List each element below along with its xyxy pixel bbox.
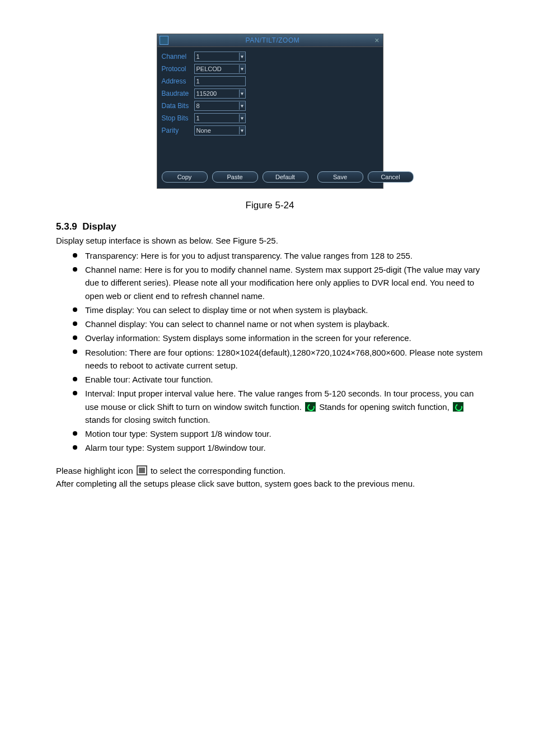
row-parity: Parity None ▼ (162, 125, 378, 136)
list-item: Interval: Input proper interval value he… (73, 387, 484, 426)
databits-select[interactable]: 8 ▼ (194, 101, 246, 111)
list-item: Channel display: You can select to chann… (73, 318, 484, 330)
row-protocol: Protocol PELCOD ▼ (162, 64, 378, 74)
row-stopbits: Stop Bits 1 ▼ (162, 113, 378, 123)
row-channel: Channel 1 ▼ (162, 52, 378, 62)
chevron-down-icon: ▼ (239, 90, 245, 97)
list-item: Overlay information: System displays som… (73, 332, 484, 344)
label-databits: Data Bits (162, 102, 194, 110)
label-channel: Channel (162, 53, 194, 60)
row-address: Address 1 (162, 76, 378, 86)
dialog-title: PAN/TILT/ZOOM (172, 36, 374, 44)
protocol-select[interactable]: PELCOD ▼ (194, 64, 246, 74)
baudrate-value: 115200 (196, 90, 217, 97)
list-item: Time display: You can select to display … (73, 304, 484, 316)
row-databits: Data Bits 8 ▼ (162, 101, 378, 111)
tail-para-2: After completing all the setups please c… (56, 478, 484, 490)
cancel-button[interactable]: Cancel (368, 171, 414, 183)
section-title: Display (82, 221, 116, 232)
section-number: 5.3.9 (56, 221, 77, 232)
switch-open-icon (305, 402, 316, 412)
tail-text: to select the corresponding function. (151, 466, 285, 475)
tail-para-1: Please highlight icon to select the corr… (56, 465, 484, 477)
list-item: Enable tour: Activate tour function. (73, 373, 484, 386)
address-value: 1 (196, 78, 200, 85)
chevron-down-icon: ▼ (239, 53, 245, 60)
label-address: Address (162, 77, 194, 85)
bullet-list: Transparency: Here is for you to adjust … (56, 249, 484, 455)
list-text: stands for closing switch function. (85, 415, 210, 424)
chevron-down-icon: ▼ (239, 114, 245, 122)
figure-caption: Figure 5-24 (56, 200, 484, 211)
dialog-titlebar: PAN/TILT/ZOOM × (157, 34, 383, 47)
list-text: Stands for opening switch function, (319, 402, 452, 412)
chevron-down-icon: ▼ (239, 127, 245, 134)
default-button[interactable]: Default (263, 171, 308, 183)
close-icon[interactable]: × (373, 36, 380, 45)
dialog-icon (160, 36, 168, 45)
chevron-down-icon: ▼ (239, 65, 245, 73)
chevron-down-icon: ▼ (239, 102, 245, 110)
label-stopbits: Stop Bits (162, 114, 194, 122)
tail-text: Please highlight icon (56, 466, 135, 475)
dialog-body: Channel 1 ▼ Protocol PELCOD ▼ Address (157, 47, 383, 168)
label-parity: Parity (162, 127, 194, 134)
switch-close-icon (453, 402, 463, 412)
address-input[interactable]: 1 (194, 76, 246, 86)
ptz-dialog: PAN/TILT/ZOOM × Channel 1 ▼ Protocol PEL… (157, 34, 383, 189)
list-item: Transparency: Here is for you to adjust … (73, 249, 484, 262)
checkbox-icon (137, 465, 147, 475)
row-baudrate: Baudrate 115200 ▼ (162, 88, 378, 99)
list-item: Alarm tour type: System support 1/8windo… (73, 441, 484, 454)
protocol-value: PELCOD (196, 66, 222, 72)
parity-value: None (196, 127, 211, 134)
paste-button[interactable]: Paste (212, 171, 258, 183)
list-item: Channel name: Here is for you to modify … (73, 263, 484, 302)
save-button[interactable]: Save (317, 171, 363, 183)
label-protocol: Protocol (162, 65, 194, 73)
intro-text: Display setup interface is shown as belo… (56, 235, 484, 247)
label-baudrate: Baudrate (162, 90, 194, 97)
stopbits-select[interactable]: 1 ▼ (194, 113, 246, 123)
channel-value: 1 (196, 53, 200, 60)
copy-button[interactable]: Copy (162, 171, 208, 183)
databits-value: 8 (196, 102, 200, 109)
parity-select[interactable]: None ▼ (194, 125, 246, 136)
channel-select[interactable]: 1 ▼ (194, 52, 246, 62)
baudrate-select[interactable]: 115200 ▼ (194, 88, 246, 99)
stopbits-value: 1 (196, 115, 200, 122)
dialog-button-row: Copy Paste Default Save Cancel (157, 168, 383, 188)
list-item: Resolution: There are four options: 1280… (73, 346, 484, 372)
section-heading: 5.3.9 Display (56, 221, 484, 232)
list-item: Motion tour type: System support 1/8 win… (73, 427, 484, 440)
